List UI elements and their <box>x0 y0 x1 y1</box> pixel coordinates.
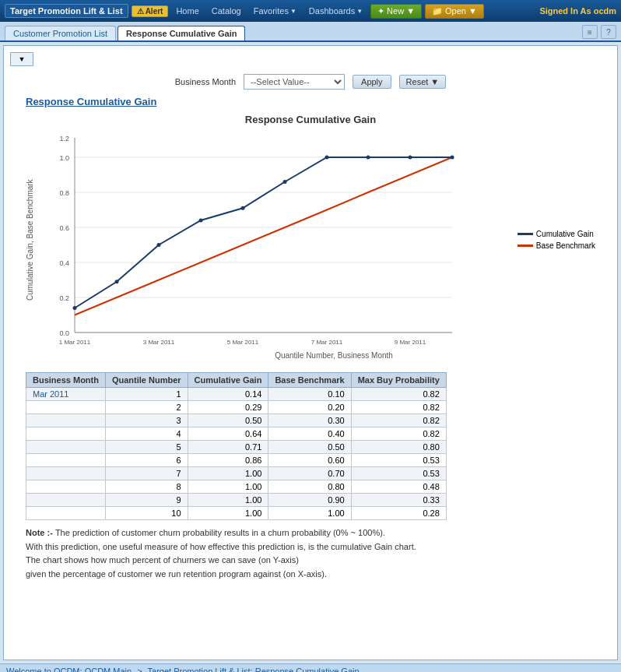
nav-dashboards[interactable]: Dashboards ▼ <box>304 5 367 17</box>
cell-max-buy: 0.53 <box>351 467 446 480</box>
svg-point-30 <box>283 180 287 184</box>
chart-area: Cumulative Gain, Base Benchmark <box>26 130 595 350</box>
tab-help-icon[interactable]: ? <box>601 25 616 39</box>
cell-quantile: 10 <box>105 507 188 520</box>
chart-svg: 0.0 0.2 0.4 0.6 0.8 1.0 1.2 1 Mar 2011 2… <box>40 130 510 350</box>
svg-text:0.4: 0.4 <box>59 259 69 267</box>
svg-text:9 Mar 2011: 9 Mar 2011 <box>395 339 426 346</box>
cell-quantile: 1 <box>105 388 188 401</box>
col-header-business-month: Business Month <box>26 373 106 388</box>
svg-point-32 <box>367 156 370 160</box>
col-header-cumulative-gain: Cumulative Gain <box>188 373 268 388</box>
x-axis-label: Quantile Number, Business Month <box>72 351 595 360</box>
svg-text:1 Mar 2011: 1 Mar 2011 <box>59 339 91 346</box>
status-bar: Welcome to OCDM: OCDM Main > Target Prom… <box>0 663 621 672</box>
reset-arrow-icon: ▼ <box>430 77 439 86</box>
filter-area: Business Month --Select Value-- Apply Re… <box>10 74 611 90</box>
svg-text:1.2: 1.2 <box>59 135 69 142</box>
cell-cumulative-gain: 0.71 <box>188 441 268 454</box>
new-button[interactable]: ✦ New ▼ <box>370 4 422 19</box>
table-row: 30.500.300.82 <box>26 414 447 427</box>
reset-button[interactable]: Reset ▼ <box>399 75 447 89</box>
status-welcome[interactable]: Welcome to OCDM: OCDM Main <box>6 667 132 672</box>
svg-text:4 Mar 2011: 4 Mar 2011 <box>185 347 217 348</box>
legend-color-cumulative <box>518 233 533 235</box>
cell-month <box>26 480 106 494</box>
favorites-arrow-icon: ▼ <box>290 8 296 15</box>
tab-bar: Customer Promotion List Response Cumulat… <box>0 22 621 42</box>
new-arrow-icon: ▼ <box>406 6 415 16</box>
cell-base-benchmark: 0.20 <box>268 401 351 414</box>
collapse-bar[interactable]: ▼ <box>10 52 33 66</box>
cell-base-benchmark: 0.70 <box>268 467 351 480</box>
cell-quantile: 3 <box>105 414 188 427</box>
table-row: Mar 201110.140.100.82 <box>26 388 447 401</box>
tab-response-cumulative-gain[interactable]: Response Cumulative Gain <box>118 26 245 40</box>
svg-point-31 <box>325 156 329 160</box>
cell-month <box>26 414 106 427</box>
main-content: ▼ Business Month --Select Value-- Apply … <box>3 45 618 660</box>
cell-base-benchmark: 0.90 <box>268 494 351 507</box>
table-row: 50.710.500.80 <box>26 441 447 454</box>
cell-quantile: 8 <box>105 480 188 494</box>
svg-point-25 <box>73 306 77 310</box>
svg-point-29 <box>241 206 245 210</box>
cell-quantile: 5 <box>105 441 188 454</box>
svg-text:6 Mar 2011: 6 Mar 2011 <box>269 347 301 348</box>
cell-base-benchmark: 0.60 <box>268 454 351 467</box>
cell-month <box>26 401 106 414</box>
nav-favorites[interactable]: Favorites ▼ <box>249 5 301 17</box>
cell-month <box>26 454 106 467</box>
chart-container: Response Cumulative Gain Cumulative Gain… <box>26 114 595 360</box>
cell-month <box>26 467 106 480</box>
cell-base-benchmark: 0.50 <box>268 441 351 454</box>
svg-text:0.2: 0.2 <box>59 294 69 302</box>
cell-cumulative-gain: 1.00 <box>188 494 268 507</box>
status-page: Target Promotion Lift & List: Response C… <box>148 667 360 672</box>
chart-legend: Cumulative Gain Base Benchmark <box>518 230 595 250</box>
cell-max-buy: 0.82 <box>351 427 446 441</box>
tab-icons: ≡ ? <box>582 25 616 40</box>
legend-cumulative-gain: Cumulative Gain <box>518 230 595 238</box>
cell-quantile: 4 <box>105 427 188 441</box>
alert-icon: ⚠ <box>137 7 144 16</box>
apply-button[interactable]: Apply <box>353 75 391 89</box>
cell-month <box>26 494 106 507</box>
cell-base-benchmark: 0.80 <box>268 480 351 494</box>
svg-point-28 <box>199 219 203 223</box>
cell-quantile: 7 <box>105 467 188 480</box>
cell-month: Mar 2011 <box>26 388 106 401</box>
nav-catalog[interactable]: Catalog <box>207 5 246 17</box>
cell-cumulative-gain: 1.00 <box>188 467 268 480</box>
cell-base-benchmark: 1.00 <box>268 507 351 520</box>
folder-icon: 📁 <box>432 6 443 16</box>
chart-title: Response Cumulative Gain <box>26 114 595 125</box>
nav-home[interactable]: Home <box>171 5 203 17</box>
svg-point-34 <box>451 156 454 160</box>
app-title: Target Promotion Lift & List <box>5 4 128 18</box>
data-table-wrapper: Business Month Quantile Number Cumulativ… <box>26 372 595 520</box>
legend-base-benchmark: Base Benchmark <box>518 241 595 250</box>
cell-max-buy: 0.82 <box>351 414 446 427</box>
table-row: 81.000.800.48 <box>26 480 447 494</box>
svg-text:0.6: 0.6 <box>59 224 69 232</box>
svg-point-27 <box>157 243 161 247</box>
y-axis-label: Cumulative Gain, Base Benchmark <box>26 130 38 350</box>
open-button[interactable]: 📁 Open ▼ <box>425 4 484 19</box>
business-month-select[interactable]: --Select Value-- <box>244 74 345 90</box>
table-row: 91.000.900.33 <box>26 494 447 507</box>
svg-point-33 <box>409 156 412 160</box>
cell-max-buy: 0.48 <box>351 480 446 494</box>
section-title[interactable]: Response Cumulative Gain <box>26 96 611 107</box>
cell-cumulative-gain: 0.64 <box>188 427 268 441</box>
table-row: 60.860.600.53 <box>26 454 447 467</box>
signed-in-label: Signed In As ocdm <box>539 6 616 16</box>
alert-button[interactable]: ⚠ Alert <box>132 5 169 17</box>
tab-customer-promotion-list[interactable]: Customer Promotion List <box>5 26 116 40</box>
top-navigation: Target Promotion Lift & List ⚠ Alert Hom… <box>0 0 621 22</box>
cell-max-buy: 0.82 <box>351 401 446 414</box>
svg-text:7 Mar 2011: 7 Mar 2011 <box>311 339 343 346</box>
cell-base-benchmark: 0.10 <box>268 388 351 401</box>
tab-menu-icon[interactable]: ≡ <box>582 25 598 39</box>
cell-quantile: 6 <box>105 454 188 467</box>
